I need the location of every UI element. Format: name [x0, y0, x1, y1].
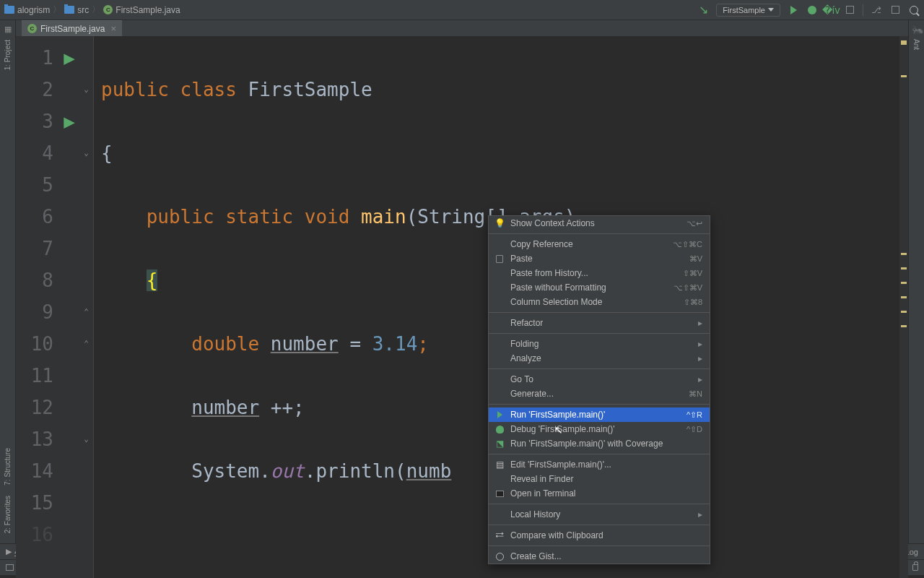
line-number-gutter: 12345678910111213141516 [16, 36, 59, 578]
vcs-button[interactable]: ⎇ [871, 4, 882, 16]
menu-compare-clipboard[interactable]: ⮂Compare with Clipboard [489, 528, 710, 543]
layout-button[interactable] [889, 4, 901, 16]
menu-goto[interactable]: Go To▸ [489, 372, 710, 387]
search-button[interactable] [908, 4, 920, 16]
run-config-label: FirstSample [723, 6, 765, 14]
terminal-icon [496, 491, 504, 497]
breadcrumb: alogrism 〉 src 〉 C FirstSample.java [4, 4, 180, 16]
chevron-right-icon: ▸ [698, 509, 702, 519]
run-button[interactable] [788, 4, 799, 16]
close-icon[interactable]: × [110, 23, 116, 34]
structure-tab[interactable]: 7: Structure [2, 444, 13, 490]
menu-paste-history[interactable]: Paste from History...⇧⌘V [489, 266, 710, 280]
java-class-icon: C [103, 5, 113, 14]
chevron-right-icon: ▸ [698, 374, 702, 384]
menu-edit-config[interactable]: ▤Edit 'FirstSample.main()'... [489, 457, 710, 472]
code-editor[interactable]: 12345678910111213141516 ▶ ▶ ⌄ ⌄ ⌃ ⌃ ⌄ pu… [16, 36, 908, 578]
menu-run-coverage[interactable]: ⬔Run 'FirstSample.main()' with Coverage [489, 436, 710, 451]
fold-toggle[interactable]: ⌄ [79, 423, 93, 455]
ant-tab[interactable]: Ant [911, 35, 922, 54]
chevron-right-icon: ▸ [698, 339, 702, 349]
build-icon[interactable]: ↘ [697, 4, 709, 16]
menu-analyze[interactable]: Analyze▸ [489, 351, 710, 366]
run-line-icon[interactable]: ▶ [59, 105, 79, 137]
tool-window-toggle-icon[interactable] [6, 564, 14, 571]
menu-debug[interactable]: Debug 'FirstSample.main()'^⇧D [489, 422, 710, 436]
menu-column-selection[interactable]: Column Selection Mode⇧⌘8 [489, 295, 710, 309]
play-icon [790, 6, 797, 14]
run-line-icon[interactable]: ▶ [59, 42, 79, 74]
chevron-down-icon [768, 8, 774, 12]
run-gutter: ▶ ▶ [59, 36, 79, 578]
bug-icon [496, 426, 504, 434]
toolbar-actions: ↘ FirstSample �ív ⎇ [697, 4, 920, 17]
editor-tab-bar: C FirstSample.java × [16, 20, 908, 36]
menu-run[interactable]: Run 'FirstSample.main()'^⇧R [489, 407, 710, 422]
bug-icon [808, 6, 816, 14]
menu-paste-no-format[interactable]: Paste without Formatting⌥⇧⌘V [489, 280, 710, 295]
left-tool-strip: ▦ 1: Project 7: Structure 2: Favorites [0, 20, 16, 543]
favorites-tab[interactable]: 2: Favorites [2, 491, 13, 538]
editor-scrollbar[interactable] [899, 36, 908, 578]
java-class-icon: C [27, 24, 37, 33]
breadcrumb-root-label: alogrism [17, 5, 50, 15]
menu-folding[interactable]: Folding▸ [489, 337, 710, 351]
run-config-dropdown[interactable]: FirstSample [716, 4, 780, 17]
coverage-icon: ⬔ [494, 439, 505, 449]
chevron-right-icon: 〉 [53, 4, 61, 16]
play-icon [497, 411, 502, 418]
menu-reveal-finder[interactable]: Reveal in Finder [489, 472, 710, 486]
stop-button[interactable] [844, 4, 855, 16]
menu-generate[interactable]: Generate...⌘N [489, 387, 710, 401]
menu-create-gist[interactable]: Create Gist... [489, 549, 710, 564]
editor-area: C FirstSample.java × 1234567891011121314… [16, 20, 908, 543]
clipboard-icon [496, 255, 503, 263]
debug-button[interactable] [806, 4, 818, 16]
folder-icon [64, 6, 74, 14]
fold-toggle[interactable]: ⌃ [79, 296, 93, 328]
breadcrumb-file[interactable]: C FirstSample.java [103, 5, 180, 15]
right-tool-strip: 🐜 Ant [908, 20, 924, 543]
top-toolbar: alogrism 〉 src 〉 C FirstSample.java ↘ Fi… [0, 0, 924, 20]
edit-config-icon: ▤ [494, 460, 505, 470]
menu-paste[interactable]: Paste⌘V [489, 251, 710, 266]
menu-show-context-actions[interactable]: 💡 Show Context Actions ⌥↩ [489, 216, 710, 230]
bulb-icon: 💡 [494, 218, 505, 228]
chevron-right-icon: ▸ [698, 318, 702, 328]
file-tab-label: FirstSample.java [40, 24, 105, 34]
breadcrumb-src-label: src [77, 5, 89, 15]
ant-icon[interactable]: 🐜 [912, 25, 922, 35]
fold-gutter: ⌄ ⌄ ⌃ ⌃ ⌄ [79, 36, 94, 578]
stop-icon [846, 6, 854, 14]
fold-toggle[interactable]: ⌄ [79, 74, 93, 105]
breadcrumb-root[interactable]: alogrism [4, 5, 50, 15]
chevron-right-icon: 〉 [92, 4, 100, 16]
breadcrumb-src[interactable]: src [64, 5, 89, 15]
readonly-lock-icon[interactable] [912, 564, 918, 571]
menu-local-history[interactable]: Local History▸ [489, 507, 710, 522]
context-menu: 💡 Show Context Actions ⌥↩ Copy Reference… [488, 215, 710, 564]
menu-copy-reference[interactable]: Copy Reference⌥⇧⌘C [489, 237, 710, 251]
menu-open-terminal[interactable]: Open in Terminal [489, 486, 710, 501]
folder-icon [4, 6, 14, 14]
coverage-button[interactable]: �ív [825, 4, 837, 16]
menu-refactor[interactable]: Refactor▸ [489, 316, 710, 330]
chevron-right-icon: ▸ [698, 353, 702, 363]
project-tool-icon[interactable]: ▦ [4, 25, 12, 34]
layout-icon [892, 6, 899, 14]
file-tab[interactable]: C FirstSample.java × [22, 20, 122, 36]
fold-toggle[interactable]: ⌄ [79, 137, 93, 169]
project-tab[interactable]: 1: Project [2, 35, 13, 74]
breadcrumb-file-label: FirstSample.java [116, 5, 180, 15]
search-icon [910, 6, 918, 14]
diff-icon: ⮂ [494, 530, 505, 540]
fold-toggle[interactable]: ⌃ [79, 328, 93, 360]
github-icon [496, 553, 504, 561]
